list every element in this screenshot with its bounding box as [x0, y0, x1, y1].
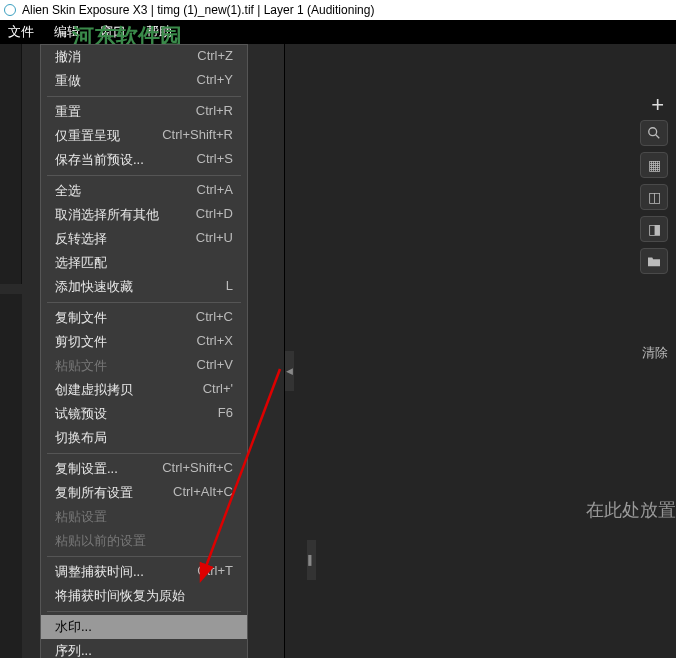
- menu-item-shortcut: Ctrl+R: [196, 103, 233, 121]
- app-icon: [4, 4, 16, 16]
- menu-item[interactable]: 撤消Ctrl+Z: [41, 45, 247, 69]
- menu-item-label: 反转选择: [55, 230, 107, 248]
- menu-window[interactable]: 窗口: [100, 23, 126, 41]
- menu-item-label: 撤消: [55, 48, 81, 66]
- menu-item[interactable]: 选择匹配: [41, 251, 247, 275]
- menu-edit[interactable]: 编辑: [54, 23, 80, 41]
- menu-item[interactable]: 重做Ctrl+Y: [41, 69, 247, 93]
- menu-item-shortcut: L: [226, 278, 233, 296]
- menu-item-label: 全选: [55, 182, 81, 200]
- menu-separator: [47, 302, 241, 303]
- menu-item-shortcut: Ctrl+A: [197, 182, 233, 200]
- menu-item-label: 仅重置呈现: [55, 127, 120, 145]
- menu-item-shortcut: Ctrl+Z: [197, 48, 233, 66]
- svg-point-0: [649, 128, 657, 136]
- collapse-handle-icon[interactable]: ▌: [307, 540, 316, 580]
- toolbar-column: ▦ ◫ ◨: [640, 120, 670, 280]
- menu-item[interactable]: 序列...: [41, 639, 247, 658]
- menu-item-shortcut: Ctrl+X: [197, 333, 233, 351]
- menu-item-shortcut: F6: [218, 405, 233, 423]
- menu-item-label: 添加快速收藏: [55, 278, 133, 296]
- menu-item-label: 切换布局: [55, 429, 107, 447]
- canvas-area: ◀: [285, 44, 676, 658]
- compare-icon[interactable]: ◫: [640, 184, 668, 210]
- menu-separator: [47, 96, 241, 97]
- menu-item-label: 复制文件: [55, 309, 107, 327]
- menu-item-label: 创建虚拟拷贝: [55, 381, 133, 399]
- menu-item[interactable]: 水印...: [41, 615, 247, 639]
- menu-item[interactable]: 试镜预设F6: [41, 402, 247, 426]
- collapse-left-icon[interactable]: ◀: [285, 351, 294, 391]
- menu-item[interactable]: 调整捕获时间...Ctrl+T: [41, 560, 247, 584]
- menu-help[interactable]: 帮助: [146, 23, 172, 41]
- menu-file[interactable]: 文件: [8, 23, 34, 41]
- menu-item[interactable]: 创建虚拟拷贝Ctrl+': [41, 378, 247, 402]
- menu-item-label: 保存当前预设...: [55, 151, 144, 169]
- menu-item-label: 水印...: [55, 618, 92, 636]
- menubar: 文件 编辑 窗口 帮助: [0, 20, 676, 44]
- menu-item[interactable]: 取消选择所有其他Ctrl+D: [41, 203, 247, 227]
- menu-item-shortcut: Ctrl+C: [196, 309, 233, 327]
- menu-item-label: 取消选择所有其他: [55, 206, 159, 224]
- drop-placeholder: 在此处放置: [586, 498, 676, 522]
- menu-item[interactable]: 全选Ctrl+A: [41, 179, 247, 203]
- menu-item-shortcut: Ctrl+U: [196, 230, 233, 248]
- menu-item: 粘贴以前的设置: [41, 529, 247, 553]
- menu-item[interactable]: 复制设置...Ctrl+Shift+C: [41, 457, 247, 481]
- menu-item-label: 复制设置...: [55, 460, 118, 478]
- menu-item-label: 重做: [55, 72, 81, 90]
- menu-item-label: 粘贴文件: [55, 357, 107, 375]
- menu-item-label: 粘贴以前的设置: [55, 532, 146, 550]
- left-strip-2: [0, 294, 22, 658]
- menu-item-label: 试镜预设: [55, 405, 107, 423]
- menu-item[interactable]: 添加快速收藏L: [41, 275, 247, 299]
- menu-item-label: 将捕获时间恢复为原始: [55, 587, 185, 605]
- left-strip: [0, 44, 22, 284]
- window-title: Alien Skin Exposure X3 | timg (1)_new(1)…: [22, 3, 374, 17]
- menu-separator: [47, 556, 241, 557]
- menu-item-label: 调整捕获时间...: [55, 563, 144, 581]
- menu-item-shortcut: Ctrl+Shift+C: [162, 460, 233, 478]
- folder-icon[interactable]: [640, 248, 668, 274]
- menu-separator: [47, 453, 241, 454]
- menu-item-shortcut: Ctrl+T: [197, 563, 233, 581]
- menu-item: 粘贴设置: [41, 505, 247, 529]
- menu-item-label: 复制所有设置: [55, 484, 133, 502]
- menu-separator: [47, 611, 241, 612]
- menu-item[interactable]: 复制文件Ctrl+C: [41, 306, 247, 330]
- menu-item[interactable]: 剪切文件Ctrl+X: [41, 330, 247, 354]
- split-icon[interactable]: ◨: [640, 216, 668, 242]
- menu-item-shortcut: Ctrl+Shift+R: [162, 127, 233, 145]
- menu-item: 粘贴文件Ctrl+V: [41, 354, 247, 378]
- menu-item[interactable]: 复制所有设置Ctrl+Alt+C: [41, 481, 247, 505]
- add-icon[interactable]: +: [651, 92, 664, 118]
- menu-item[interactable]: 将捕获时间恢复为原始: [41, 584, 247, 608]
- menu-item[interactable]: 仅重置呈现Ctrl+Shift+R: [41, 124, 247, 148]
- menu-item-shortcut: Ctrl+V: [197, 357, 233, 375]
- grid-icon[interactable]: ▦: [640, 152, 668, 178]
- menu-item-shortcut: Ctrl+Y: [197, 72, 233, 90]
- menu-item[interactable]: 重置Ctrl+R: [41, 100, 247, 124]
- search-icon[interactable]: [640, 120, 668, 146]
- menu-item-label: 粘贴设置: [55, 508, 107, 526]
- menu-separator: [47, 175, 241, 176]
- menu-item-shortcut: Ctrl+': [203, 381, 233, 399]
- menu-item-label: 重置: [55, 103, 81, 121]
- menu-item[interactable]: 反转选择Ctrl+U: [41, 227, 247, 251]
- menu-item-shortcut: Ctrl+Alt+C: [173, 484, 233, 502]
- menu-item[interactable]: 保存当前预设...Ctrl+S: [41, 148, 247, 172]
- menu-item-label: 选择匹配: [55, 254, 107, 272]
- titlebar: Alien Skin Exposure X3 | timg (1)_new(1)…: [0, 0, 676, 20]
- edit-menu-dropdown: 撤消Ctrl+Z重做Ctrl+Y重置Ctrl+R仅重置呈现Ctrl+Shift+…: [40, 44, 248, 658]
- menu-item-label: 剪切文件: [55, 333, 107, 351]
- menu-item-label: 序列...: [55, 642, 92, 658]
- menu-item-shortcut: Ctrl+S: [197, 151, 233, 169]
- menu-item-shortcut: Ctrl+D: [196, 206, 233, 224]
- svg-line-1: [656, 135, 660, 139]
- menu-item[interactable]: 切换布局: [41, 426, 247, 450]
- clear-button[interactable]: 清除: [642, 344, 668, 362]
